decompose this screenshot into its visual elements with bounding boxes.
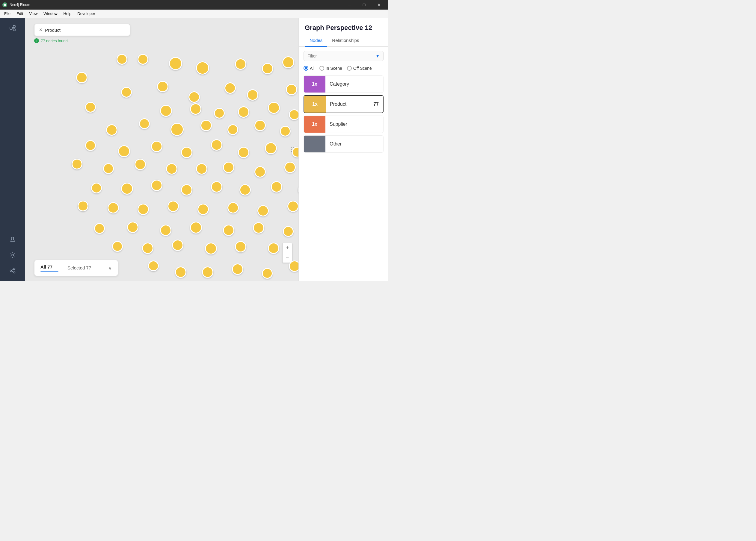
canvas-node[interactable] bbox=[151, 180, 162, 191]
canvas-node[interactable] bbox=[202, 267, 213, 278]
node-type-category[interactable]: 1x Category bbox=[304, 75, 384, 93]
zoom-in-button[interactable]: + bbox=[283, 243, 292, 253]
canvas-node[interactable] bbox=[190, 103, 201, 115]
canvas-node[interactable] bbox=[223, 162, 234, 173]
canvas-node[interactable] bbox=[235, 58, 246, 70]
node-type-supplier[interactable]: 1x Supplier bbox=[304, 116, 384, 133]
canvas-node[interactable] bbox=[151, 141, 162, 152]
canvas-node[interactable] bbox=[118, 145, 130, 157]
canvas-node[interactable] bbox=[227, 124, 238, 135]
canvas-node[interactable] bbox=[169, 57, 182, 70]
sidebar-icon-graph[interactable] bbox=[6, 22, 19, 35]
canvas-node[interactable] bbox=[72, 159, 82, 170]
canvas-node[interactable] bbox=[287, 201, 298, 212]
canvas-node[interactable] bbox=[108, 202, 119, 214]
canvas-node[interactable] bbox=[227, 202, 239, 214]
canvas-node[interactable] bbox=[205, 243, 217, 255]
canvas-node[interactable] bbox=[211, 139, 222, 151]
canvas-node[interactable] bbox=[289, 261, 298, 272]
search-clear-button[interactable]: × bbox=[39, 27, 42, 33]
canvas-node[interactable] bbox=[85, 102, 96, 113]
canvas-node[interactable] bbox=[142, 243, 153, 254]
canvas-node[interactable] bbox=[181, 147, 192, 158]
canvas-node[interactable] bbox=[196, 163, 207, 175]
canvas-node[interactable] bbox=[168, 201, 179, 212]
canvas-node[interactable] bbox=[211, 181, 222, 193]
close-button[interactable]: ✕ bbox=[372, 0, 386, 10]
minimize-button[interactable]: ─ bbox=[342, 0, 356, 10]
canvas-node[interactable] bbox=[284, 162, 296, 173]
canvas-node[interactable] bbox=[223, 225, 234, 236]
canvas-node[interactable] bbox=[172, 240, 183, 251]
canvas-node[interactable] bbox=[292, 147, 298, 158]
selected-tab[interactable]: Selected 77 bbox=[67, 265, 91, 270]
menu-developer[interactable]: Developer bbox=[74, 10, 98, 17]
canvas-node[interactable] bbox=[138, 204, 149, 215]
canvas-node[interactable] bbox=[160, 105, 172, 117]
canvas-node[interactable] bbox=[247, 89, 258, 101]
canvas-node[interactable] bbox=[127, 222, 138, 233]
canvas-node[interactable] bbox=[160, 225, 171, 236]
canvas-node[interactable] bbox=[106, 124, 117, 136]
canvas-node[interactable] bbox=[103, 163, 114, 174]
sidebar-icon-share[interactable] bbox=[6, 264, 19, 277]
canvas-node[interactable] bbox=[254, 166, 266, 178]
canvas-node[interactable] bbox=[282, 56, 294, 68]
canvas-node[interactable] bbox=[148, 261, 159, 271]
sidebar-icon-lab[interactable] bbox=[6, 233, 19, 246]
node-type-other[interactable]: Other bbox=[304, 135, 384, 153]
canvas-node[interactable] bbox=[76, 72, 87, 83]
all-tab[interactable]: All 77 bbox=[40, 265, 58, 271]
panel-chevron[interactable]: ∧ bbox=[108, 265, 112, 271]
canvas-area[interactable]: × Product ✓ 77 nodes found. All 77 Selec… bbox=[25, 18, 298, 281]
canvas-node[interactable] bbox=[214, 108, 225, 119]
canvas-node[interactable] bbox=[188, 91, 200, 103]
canvas-node[interactable] bbox=[253, 222, 264, 234]
canvas-node[interactable] bbox=[224, 82, 236, 94]
canvas-node[interactable] bbox=[280, 126, 291, 137]
menu-help[interactable]: Help bbox=[61, 10, 75, 17]
canvas-node[interactable] bbox=[289, 109, 298, 120]
canvas-node[interactable] bbox=[235, 241, 246, 253]
sidebar-icon-settings[interactable] bbox=[6, 249, 19, 262]
radio-in-scene[interactable]: In Scene bbox=[319, 66, 342, 71]
canvas-node[interactable] bbox=[197, 204, 209, 215]
canvas-node[interactable] bbox=[166, 163, 177, 175]
menu-window[interactable]: Window bbox=[40, 10, 60, 17]
canvas-node[interactable] bbox=[254, 120, 266, 131]
canvas-node[interactable] bbox=[286, 84, 297, 95]
canvas-node[interactable] bbox=[121, 87, 132, 98]
canvas-node[interactable] bbox=[298, 184, 298, 196]
canvas-node[interactable] bbox=[283, 226, 294, 237]
canvas-node[interactable] bbox=[239, 184, 251, 196]
menu-file[interactable]: File bbox=[1, 10, 13, 17]
radio-all[interactable]: All bbox=[304, 66, 315, 71]
filter-input[interactable] bbox=[307, 54, 375, 58]
node-type-product[interactable]: 1x Product 77 bbox=[304, 95, 384, 113]
radio-off-scene[interactable]: Off Scene bbox=[347, 66, 372, 71]
canvas-node[interactable] bbox=[117, 54, 127, 65]
canvas-node[interactable] bbox=[112, 241, 123, 252]
canvas-node[interactable] bbox=[268, 243, 279, 254]
canvas-node[interactable] bbox=[232, 264, 243, 275]
canvas-node[interactable] bbox=[262, 268, 273, 279]
canvas-node[interactable] bbox=[138, 54, 148, 65]
canvas-node[interactable] bbox=[271, 181, 282, 193]
canvas-node[interactable] bbox=[91, 183, 102, 194]
canvas-node[interactable] bbox=[238, 106, 249, 118]
canvas-node[interactable] bbox=[135, 159, 146, 170]
canvas-node[interactable] bbox=[121, 183, 133, 195]
menu-edit[interactable]: Edit bbox=[13, 10, 26, 17]
canvas-node[interactable] bbox=[78, 201, 88, 212]
tab-relationships[interactable]: Relationships bbox=[327, 35, 364, 47]
canvas-node[interactable] bbox=[190, 222, 202, 234]
canvas-node[interactable] bbox=[200, 120, 212, 131]
canvas-node[interactable] bbox=[268, 102, 280, 114]
canvas-node[interactable] bbox=[85, 140, 96, 151]
maximize-button[interactable]: □ bbox=[357, 0, 371, 10]
zoom-out-button[interactable]: − bbox=[283, 253, 292, 263]
canvas-node[interactable] bbox=[196, 61, 209, 75]
canvas-node[interactable] bbox=[175, 267, 186, 278]
canvas-node[interactable] bbox=[94, 223, 105, 234]
canvas-node[interactable] bbox=[257, 205, 269, 217]
